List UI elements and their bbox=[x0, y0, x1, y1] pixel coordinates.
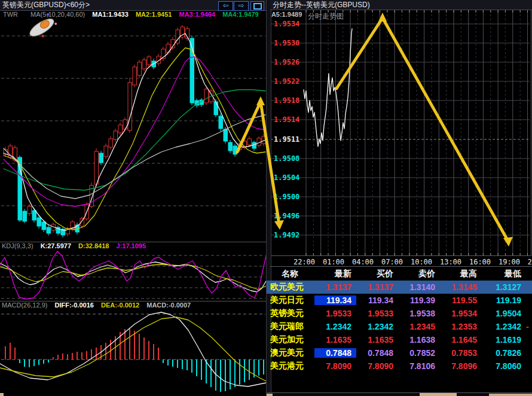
quote-value[interactable]: 1.3137 bbox=[356, 282, 398, 292]
column-header-5[interactable]: 最低 bbox=[482, 269, 526, 279]
column-header-name[interactable]: 名称 bbox=[267, 269, 314, 279]
quote-value[interactable]: 0.7826 bbox=[482, 348, 526, 358]
kdj-d-value: D:32.8418 bbox=[78, 242, 109, 249]
time-axis-label: 16:00 bbox=[469, 258, 491, 266]
time-axis-label: 13:00 bbox=[440, 258, 461, 266]
time-axis-label: 10:00 bbox=[411, 258, 432, 266]
twr-label: TWR bbox=[3, 11, 18, 18]
macd-macd-value: MACD:-0.0007 bbox=[146, 301, 191, 309]
quote-value[interactable]: 1.2353 bbox=[440, 322, 482, 331]
column-header-2[interactable]: 买价 bbox=[356, 269, 398, 279]
quote-value[interactable]: 119.19 bbox=[482, 296, 526, 305]
ma-indicator-header: TWR MA(5,10,20,40,60) MA1:1.9433 MA2:1.9… bbox=[0, 11, 267, 19]
price-axis-label: 1.9508 bbox=[274, 154, 304, 163]
quote-value[interactable]: 1.2342 bbox=[356, 322, 398, 331]
pair-name: 欧元美元 bbox=[267, 282, 314, 293]
right-panel-titlebar: 分时走势--英镑美元(GBPUSD) bbox=[270, 0, 532, 10]
quote-extra: - bbox=[526, 322, 532, 331]
quote-value[interactable]: 7.8090 bbox=[356, 361, 398, 371]
quote-value[interactable]: 1.2342 bbox=[314, 322, 356, 331]
quote-value[interactable]: 0.7853 bbox=[440, 348, 482, 358]
quote-value[interactable]: 1.3127 bbox=[482, 282, 526, 292]
kdj-k-value: K:27.5977 bbox=[41, 242, 71, 249]
ma-params-label: MA(5,10,20,40,60) bbox=[30, 11, 85, 18]
price-axis-label: 1.9511 bbox=[274, 135, 304, 144]
quote-value[interactable]: 1.9538 bbox=[398, 309, 440, 318]
quote-value[interactable]: 7.8090 bbox=[314, 361, 356, 371]
macd-diff-value: DIFF:-0.0016 bbox=[54, 301, 93, 309]
price-axis-label: 1.9534 bbox=[274, 20, 304, 28]
price-axis-label: 1.9526 bbox=[274, 58, 304, 66]
quote-value[interactable]: 1.3137 bbox=[314, 282, 356, 292]
quote-row-美元日元[interactable]: 美元日元119.34119.34119.39119.55119.19 bbox=[267, 294, 532, 307]
price-axis-label: 1.9496 bbox=[274, 212, 304, 220]
quote-value[interactable]: 1.9534 bbox=[440, 309, 482, 318]
price-axis: 1.95341.95301.95261.95221.95181.95141.95… bbox=[270, 10, 305, 256]
pair-name: 美元瑞郎 bbox=[267, 321, 314, 332]
quote-value[interactable]: 7.8096 bbox=[440, 361, 482, 371]
column-header-3[interactable]: 卖价 bbox=[398, 269, 440, 279]
quote-value[interactable]: 1.9504 bbox=[482, 309, 526, 318]
time-axis: 22:0001:0004:0007:0010:0013:0016:0019:00… bbox=[270, 256, 532, 267]
column-header-4[interactable]: 最高 bbox=[440, 269, 482, 279]
tick-chart-label: 分时走势图 bbox=[308, 11, 344, 22]
quote-row-英镑美元[interactable]: 英镑美元1.95331.95331.95381.95341.9504 bbox=[267, 307, 532, 320]
ma2-value: MA2:1.9451 bbox=[136, 11, 172, 18]
quote-value[interactable]: 1.1635 bbox=[356, 335, 398, 345]
kdj-params-label: KDJ(9,3,3) bbox=[2, 242, 33, 249]
time-axis-label-partial: 2 bbox=[527, 258, 531, 266]
maximize-button[interactable] bbox=[250, 1, 264, 11]
price-axis-label: 1.9492 bbox=[274, 231, 304, 239]
kdj-chart[interactable] bbox=[0, 249, 267, 301]
quote-value[interactable]: 119.55 bbox=[440, 296, 482, 305]
main-candlestick-chart[interactable] bbox=[0, 19, 267, 241]
quote-value[interactable]: 0.7852 bbox=[398, 348, 440, 358]
quote-row-欧元美元[interactable]: 欧元美元1.31371.31371.31401.31451.3127 bbox=[267, 281, 532, 294]
quote-value[interactable]: 1.3145 bbox=[440, 282, 482, 292]
macd-chart[interactable] bbox=[0, 309, 267, 392]
back-arrow-button[interactable]: ⇦ bbox=[218, 1, 233, 11]
quote-value[interactable]: 1.3140 bbox=[398, 282, 440, 292]
quote-table-header-row: 名称最新买价卖价最高最低 bbox=[267, 267, 532, 281]
time-axis-label: 01:00 bbox=[323, 258, 344, 266]
quote-value[interactable]: 0.7848 bbox=[356, 348, 398, 358]
quote-value[interactable]: 1.9533 bbox=[356, 309, 398, 318]
quote-value[interactable]: 1.1638 bbox=[398, 335, 440, 345]
maximize-icon bbox=[253, 3, 262, 10]
quote-value[interactable]: 1.9533 bbox=[314, 309, 356, 318]
time-axis-label: 04:00 bbox=[352, 258, 374, 266]
quote-row-澳元美元[interactable]: 澳元美元0.78480.78480.78520.78530.7826 bbox=[267, 346, 532, 360]
time-axis-label: 22:00 bbox=[293, 258, 315, 266]
macd-indicator-header: MACD(26,12,9) DIFF:-0.0016 DEA:-0.0012 M… bbox=[0, 301, 267, 309]
forward-arrow-button[interactable]: ⇨ bbox=[234, 1, 249, 11]
ma4-value: MA4:1.9479 bbox=[222, 11, 259, 18]
quote-value[interactable]: 1.2345 bbox=[398, 322, 440, 331]
quote-value[interactable]: 119.34 bbox=[314, 296, 356, 305]
taskbar-fragment bbox=[0, 393, 4, 396]
column-header-1[interactable]: 最新 bbox=[314, 269, 356, 279]
quote-value[interactable]: 119.39 bbox=[398, 296, 440, 305]
quote-value[interactable]: 1.2342 bbox=[482, 322, 526, 331]
quote-value[interactable]: 7.8106 bbox=[398, 361, 440, 371]
quote-value[interactable]: 119.34 bbox=[356, 296, 398, 305]
time-axis-label: 19:00 bbox=[499, 258, 520, 266]
quote-row-美元港元[interactable]: 美元港元7.80907.80907.81067.80967.8060 bbox=[267, 360, 532, 373]
bottom-strip bbox=[267, 392, 532, 396]
left-panel-titlebar: 英镑美元(GBPUSD)<60分> ⇦ ⇨ bbox=[0, 0, 267, 11]
kdj-j-value: J:17.1095 bbox=[117, 242, 146, 249]
trading-app-window: 英镑美元(GBPUSD)<60分> ⇦ ⇨ TWR MA(5,10,20,40,… bbox=[0, 0, 532, 396]
quote-value[interactable]: 1.1619 bbox=[482, 335, 526, 345]
quote-value[interactable]: 1.1635 bbox=[314, 335, 356, 345]
quote-value[interactable]: 7.8060 bbox=[482, 361, 526, 371]
tick-chart-area[interactable] bbox=[270, 10, 531, 256]
quote-row-美元加元[interactable]: 美元加元1.16351.16351.16381.16451.1619 bbox=[267, 333, 532, 346]
quote-value[interactable]: 1.1645 bbox=[440, 335, 482, 345]
pair-name: 英镑美元 bbox=[267, 308, 314, 319]
quote-value[interactable]: 0.7848 bbox=[314, 348, 356, 358]
forward-arrow-icon: ⇨ bbox=[238, 1, 244, 10]
macd-dea-value: DEA:-0.0012 bbox=[101, 301, 139, 309]
pair-name: 美元日元 bbox=[267, 295, 314, 306]
quote-row-美元瑞郎[interactable]: 美元瑞郎1.23421.23421.23451.23531.2342- bbox=[267, 320, 532, 333]
price-axis-label: 1.9514 bbox=[274, 115, 304, 124]
taskbar-fragment bbox=[420, 393, 457, 396]
